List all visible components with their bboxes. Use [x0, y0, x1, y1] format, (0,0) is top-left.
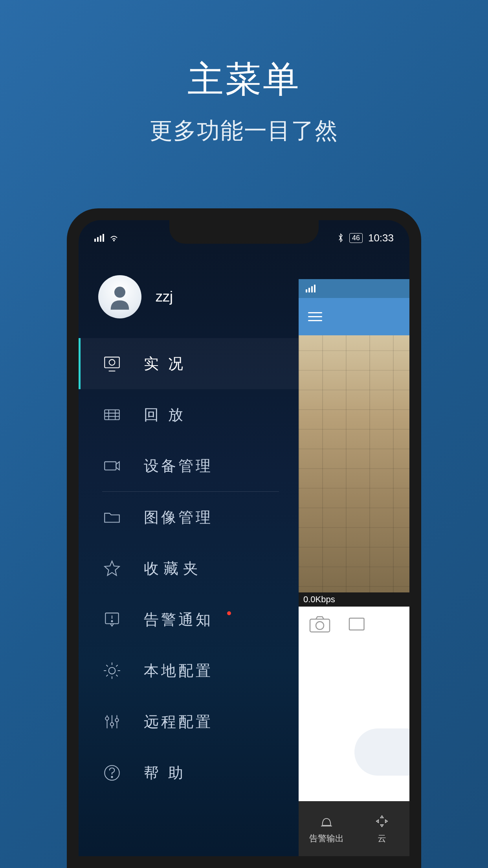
- status-time: 10:33: [368, 232, 394, 244]
- camera-icon: [102, 456, 122, 476]
- menu-item-devices[interactable]: 设备管理: [79, 440, 299, 491]
- menu-label: 实况: [144, 354, 193, 374]
- record-button[interactable]: [347, 614, 371, 633]
- ptz-button[interactable]: 云: [354, 813, 409, 844]
- menu-label: 图像管理: [144, 508, 213, 528]
- menu-label: 帮助: [144, 763, 193, 783]
- signal-icon: [306, 285, 316, 292]
- menu-label: 告警通知: [144, 610, 213, 630]
- alert-icon: [102, 610, 122, 629]
- menu-icon[interactable]: [308, 312, 322, 321]
- content-preview[interactable]: 0.0Kbps 告警输出: [299, 279, 409, 856]
- phone-notch: [169, 220, 319, 244]
- sliders-icon: [102, 712, 122, 732]
- menu-item-live[interactable]: 实况: [79, 338, 299, 389]
- alarm-output-button[interactable]: 告警输出: [299, 813, 354, 844]
- svg-point-0: [113, 240, 115, 241]
- help-icon: [102, 763, 122, 783]
- menu-item-remote-config[interactable]: 远程配置: [79, 696, 299, 747]
- menu-label: 远程配置: [144, 712, 213, 732]
- wifi-icon: [109, 234, 119, 242]
- peek-status-bar: [299, 279, 409, 298]
- svg-point-14: [109, 668, 116, 674]
- bluetooth-icon: [338, 233, 344, 243]
- monitor-icon: [102, 354, 122, 373]
- battery-level: 46: [349, 233, 363, 243]
- svg-point-18: [105, 717, 108, 720]
- floating-control[interactable]: [354, 728, 409, 776]
- avatar[interactable]: [98, 275, 141, 318]
- camera-feed[interactable]: 0.0Kbps: [299, 335, 409, 607]
- bottom-toolbar: 告警输出 云: [299, 801, 409, 856]
- svg-rect-23: [310, 619, 330, 632]
- menu-label: 收藏夹: [144, 559, 203, 579]
- side-drawer: zzj 实况 回放 设备管理 图像管理: [79, 252, 299, 856]
- svg-point-13: [111, 621, 112, 622]
- svg-point-24: [316, 622, 324, 629]
- menu-item-help[interactable]: 帮助: [79, 747, 299, 798]
- button-label: 告警输出: [309, 833, 344, 844]
- menu-label: 设备管理: [144, 456, 213, 476]
- film-icon: [102, 405, 122, 425]
- svg-rect-10: [105, 462, 116, 470]
- menu-item-local-config[interactable]: 本地配置: [79, 645, 299, 696]
- svg-rect-25: [349, 618, 364, 630]
- star-icon: [102, 559, 122, 578]
- profile-section[interactable]: zzj: [79, 267, 299, 338]
- menu-item-favorites[interactable]: 收藏夹: [79, 543, 299, 594]
- main-menu: 实况 回放 设备管理 图像管理 收藏夹: [79, 338, 299, 798]
- svg-point-19: [110, 723, 114, 726]
- folder-icon: [102, 508, 122, 527]
- svg-point-1: [114, 287, 125, 298]
- gear-icon: [102, 661, 122, 680]
- menu-item-alerts[interactable]: 告警通知: [79, 594, 299, 645]
- svg-point-22: [111, 776, 112, 778]
- svg-rect-5: [105, 410, 119, 420]
- menu-label: 本地配置: [144, 661, 213, 681]
- svg-point-20: [115, 719, 118, 722]
- button-label: 云: [378, 833, 386, 844]
- menu-item-images[interactable]: 图像管理: [79, 492, 299, 543]
- control-panel: [299, 607, 409, 801]
- snapshot-button[interactable]: [308, 614, 332, 633]
- peek-toolbar: [299, 298, 409, 335]
- svg-point-3: [109, 360, 115, 366]
- phone-frame: 46 10:33 zzj 实况 回放: [67, 208, 421, 868]
- svg-rect-2: [105, 357, 119, 368]
- promo-subtitle: 更多功能一目了然: [0, 116, 488, 146]
- signal-icon: [94, 234, 104, 242]
- promo-title: 主菜单: [0, 55, 488, 104]
- menu-label: 回放: [144, 405, 193, 425]
- menu-item-playback[interactable]: 回放: [79, 389, 299, 440]
- bitrate-label: 0.0Kbps: [299, 592, 409, 607]
- notification-dot: [227, 611, 231, 615]
- phone-screen: 46 10:33 zzj 实况 回放: [79, 220, 409, 856]
- username: zzj: [156, 289, 173, 305]
